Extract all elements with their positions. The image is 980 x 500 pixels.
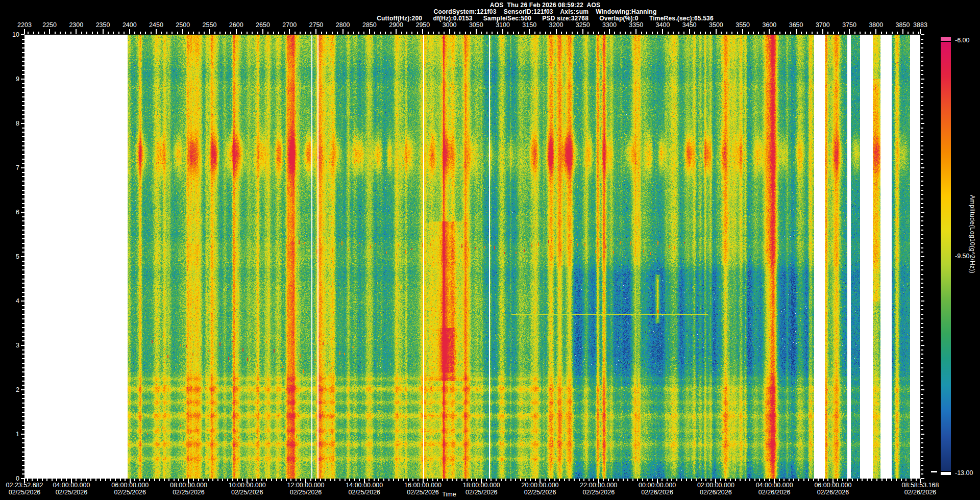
right-axis-minor-tick [921,114,923,115]
top-axis-tick-label: 3050 [469,21,483,29]
right-axis-major-tick [921,167,924,168]
top-axis-minor-tick [518,32,519,34]
top-axis-tick-label: 2650 [256,21,270,29]
top-axis-major-tick [129,29,130,34]
top-axis-minor-tick [748,32,749,34]
right-axis-minor-tick [921,247,923,248]
window-title: AOS Thu 26 Feb 2026 08:59:22 AOS [490,2,600,9]
bottom-axis-minor-tick [315,479,316,481]
right-axis-minor-tick [921,336,923,337]
right-axis-minor-tick [921,398,923,399]
bottom-axis-minor-tick [710,479,712,481]
bottom-axis-minor-tick [774,479,775,481]
right-axis-minor-tick [921,447,923,448]
bottom-axis-minor-tick [37,479,38,481]
top-axis-major-tick [24,29,25,34]
left-axis-minor-tick [22,371,24,372]
left-axis-minor-tick [22,243,24,244]
spectrogram-viewer: AOS Thu 26 Feb 2026 08:59:22 AOS CoordSy… [0,0,980,500]
right-axis-minor-tick [921,92,923,93]
bottom-axis-minor-tick [227,479,228,481]
top-axis-minor-tick [641,32,642,34]
bottom-axis-minor-tick [593,479,594,481]
bottom-axis-minor-tick [725,479,726,481]
left-axis-major-tick [21,389,24,390]
bottom-axis-minor-tick [339,479,340,481]
top-axis-minor-tick [892,32,893,34]
left-axis-minor-tick [22,327,24,328]
bottom-axis-minor-tick [27,479,28,481]
top-axis-minor-tick [385,32,386,34]
top-axis-minor-tick [897,32,898,34]
top-axis-tick-label: 2400 [122,21,137,29]
left-axis-minor-tick [22,252,24,253]
left-axis-major-tick [21,434,24,435]
colorbar-gradient [941,42,951,471]
bottom-axis-minor-tick [120,479,121,481]
top-axis-minor-tick [247,32,248,34]
bottom-axis-minor-tick [247,479,248,481]
top-axis-minor-tick [108,32,109,34]
bottom-axis-minor-tick [867,479,868,481]
top-axis-minor-tick [572,32,573,34]
bottom-axis-minor-tick [296,479,297,481]
right-axis-minor-tick [921,314,923,315]
top-axis-minor-tick [278,32,279,34]
right-axis-minor-tick [921,252,923,253]
right-axis-minor-tick [921,403,923,404]
bottom-axis-minor-tick [832,479,834,481]
spectrogram-heatmap[interactable] [24,35,920,479]
bottom-axis-minor-tick [418,479,419,481]
top-axis-minor-tick [646,32,647,34]
right-axis-minor-tick [921,340,923,341]
time-axis-title: Time [442,491,456,498]
top-axis-minor-tick [587,32,589,34]
left-axis-major-tick [21,167,24,168]
top-axis-minor-tick [417,32,418,34]
bottom-axis-minor-tick [886,479,887,481]
right-axis-minor-tick [921,309,923,310]
bottom-axis-minor-tick [408,479,409,481]
right-axis-minor-tick [921,327,923,328]
left-axis-minor-tick [22,261,24,262]
bottom-axis-minor-tick [86,479,87,481]
top-axis-minor-tick [785,32,786,34]
right-axis-minor-tick [921,234,923,235]
top-axis-tick-label: 3300 [602,21,617,29]
top-axis-minor-tick [908,32,909,34]
top-axis-minor-tick [731,32,732,34]
bottom-axis-minor-tick [720,479,721,481]
top-axis-minor-tick [540,32,541,34]
top-axis-minor-tick [630,32,631,34]
left-axis-minor-tick [22,473,24,474]
bottom-axis-minor-tick [852,479,853,481]
top-axis-minor-tick [252,32,253,34]
left-axis-minor-tick [22,57,24,58]
bottom-axis-minor-tick [325,479,326,481]
bottom-axis-minor-tick [427,479,428,481]
top-axis-major-tick [529,29,530,34]
left-axis-tick-label: 8 [6,120,19,127]
top-axis-minor-tick [497,32,498,34]
bottom-axis-minor-tick [281,479,282,481]
colorbar-tick-label: -9.50 [955,253,970,260]
bottom-axis-minor-tick [46,479,47,481]
left-axis-minor-tick [22,314,24,315]
top-axis-major-tick [920,29,921,34]
top-axis-minor-tick [428,32,429,34]
left-axis-minor-tick [22,83,24,84]
left-axis-minor-tick [22,363,24,364]
top-axis-tick-label: 3800 [869,21,883,29]
bottom-axis-tick-label: 06:00:00.000 02/25/2026 [111,482,149,496]
top-axis-minor-tick [60,32,61,34]
right-axis-minor-tick [921,349,923,351]
left-axis-tick-label: 0 [6,475,19,482]
bottom-axis-minor-tick [481,479,482,481]
top-axis-minor-tick [305,32,306,34]
bottom-axis-minor-tick [589,479,590,481]
bottom-axis-tick-label: 04:00:00.000 02/25/2026 [53,482,90,496]
top-axis-minor-tick [764,32,765,34]
top-axis-tick-label: 2450 [149,21,163,29]
left-axis-major-tick [21,212,24,213]
bottom-axis-minor-tick [749,479,750,481]
